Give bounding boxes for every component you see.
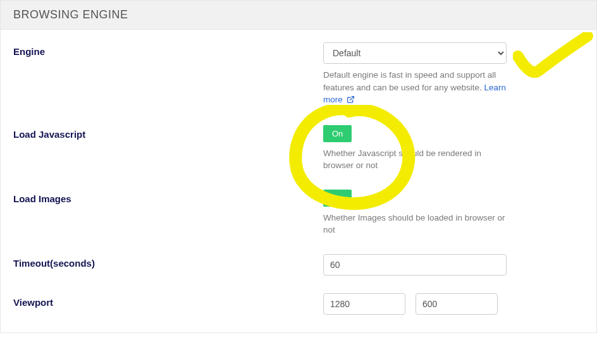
load-images-toggle[interactable]: On [323, 190, 352, 207]
panel-title: BROWSING ENGINE [1, 1, 596, 30]
load-js-toggle[interactable]: On [323, 125, 352, 142]
engine-help-text: Default engine is fast in speed and supp… [323, 70, 496, 92]
row-load-js: Load Javascript On Whether Javascript sh… [13, 125, 584, 172]
row-timeout: Timeout(seconds) [13, 254, 584, 276]
svg-line-0 [350, 97, 354, 100]
browsing-engine-panel: BROWSING ENGINE Engine Default Default e… [0, 0, 597, 333]
label-viewport: Viewport [13, 293, 323, 308]
engine-select[interactable]: Default [323, 42, 507, 64]
row-engine: Engine Default Default engine is fast in… [13, 42, 584, 107]
row-viewport: Viewport [13, 293, 584, 315]
label-load-images: Load Images [13, 190, 323, 204]
external-link-icon [347, 95, 355, 107]
load-js-help: Whether Javascript should be rendered in… [323, 147, 513, 172]
viewport-width-input[interactable] [323, 293, 405, 315]
label-engine: Engine [13, 42, 323, 57]
load-images-help: Whether Images should be loaded in brows… [323, 212, 513, 236]
label-timeout: Timeout(seconds) [13, 254, 323, 269]
label-load-js: Load Javascript [13, 125, 323, 140]
engine-help: Default engine is fast in speed and supp… [323, 69, 513, 107]
timeout-input[interactable] [323, 254, 507, 276]
row-load-images: Load Images On Whether Images should be … [13, 190, 584, 236]
viewport-height-input[interactable] [415, 293, 498, 315]
